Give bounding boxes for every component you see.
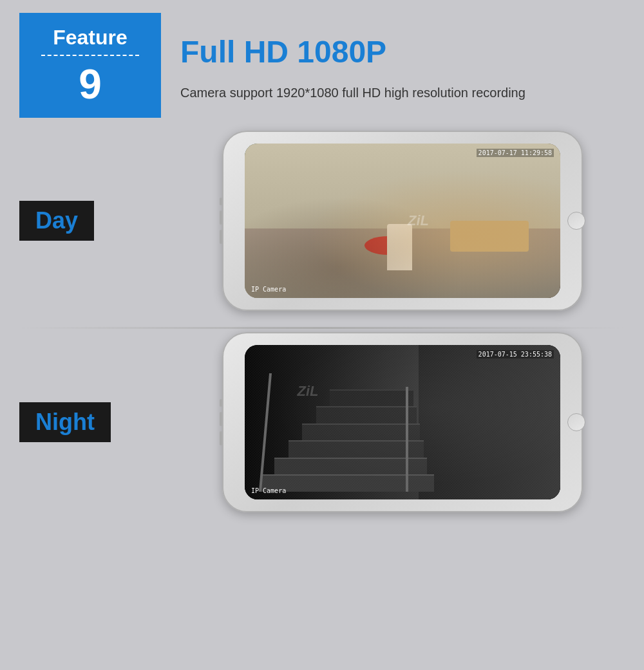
- description: Camera support 1920*1080 full HD high re…: [180, 82, 625, 103]
- section-divider: [19, 327, 625, 329]
- top-section: Feature 9 Full HD 1080P Camera support 1…: [19, 13, 625, 118]
- night-ip-camera-label: IP Camera: [251, 487, 286, 494]
- night-home-btn: [567, 413, 585, 431]
- vol-down-btn: [220, 230, 222, 244]
- night-phone-left-buttons: [220, 399, 222, 445]
- day-ip-camera-label: IP Camera: [251, 286, 286, 293]
- day-phone-outer: 2017-07-17 11:29:58 IP Camera ZiL: [222, 131, 583, 311]
- day-phone-screen: 2017-07-17 11:29:58 IP Camera ZiL: [245, 144, 560, 298]
- night-phone-screen: 2017-07-15 23:55:38 IP Camera ZiL: [245, 345, 560, 499]
- feature-label: Feature: [53, 26, 128, 50]
- night-phone-outer: 2017-07-15 23:55:38 IP Camera ZiL: [222, 332, 583, 512]
- feature-divider: [41, 55, 139, 56]
- day-badge: Day: [19, 201, 94, 241]
- title-section: Full HD 1080P Camera support 1920*1080 f…: [180, 13, 625, 118]
- night-timestamp: 2017-07-15 23:55:38: [477, 350, 554, 358]
- main-title: Full HD 1080P: [180, 34, 625, 70]
- power-btn: [220, 198, 222, 205]
- feature-box: Feature 9: [19, 13, 161, 118]
- day-label-container: Day: [19, 201, 161, 241]
- night-label-container: Night: [19, 402, 161, 442]
- night-vol-up-btn: [220, 412, 222, 426]
- feature-number: 9: [79, 64, 102, 105]
- night-phone-section: Night: [19, 332, 625, 512]
- night-power-btn: [220, 399, 222, 407]
- day-phone-mockup: 2017-07-17 11:29:58 IP Camera ZiL: [180, 131, 625, 311]
- night-screen-content: 2017-07-15 23:55:38 IP Camera ZiL: [245, 345, 560, 499]
- page-wrapper: Feature 9 Full HD 1080P Camera support 1…: [0, 0, 644, 670]
- vol-up-btn: [220, 210, 222, 225]
- night-watermark: ZiL: [298, 383, 319, 400]
- day-screen-content: 2017-07-17 11:29:58 IP Camera ZiL: [245, 144, 560, 298]
- night-phone-mockup: 2017-07-15 23:55:38 IP Camera ZiL: [180, 332, 625, 512]
- night-vol-down-btn: [220, 431, 222, 445]
- day-overlay: [245, 144, 560, 298]
- day-timestamp: 2017-07-17 11:29:58: [477, 149, 554, 157]
- night-badge: Night: [19, 402, 111, 442]
- day-watermark: ZiL: [408, 212, 429, 229]
- day-phone-left-buttons: [220, 198, 222, 244]
- day-home-btn: [567, 212, 585, 230]
- ir-overlay: [245, 345, 560, 499]
- day-phone-section: Day: [19, 131, 625, 311]
